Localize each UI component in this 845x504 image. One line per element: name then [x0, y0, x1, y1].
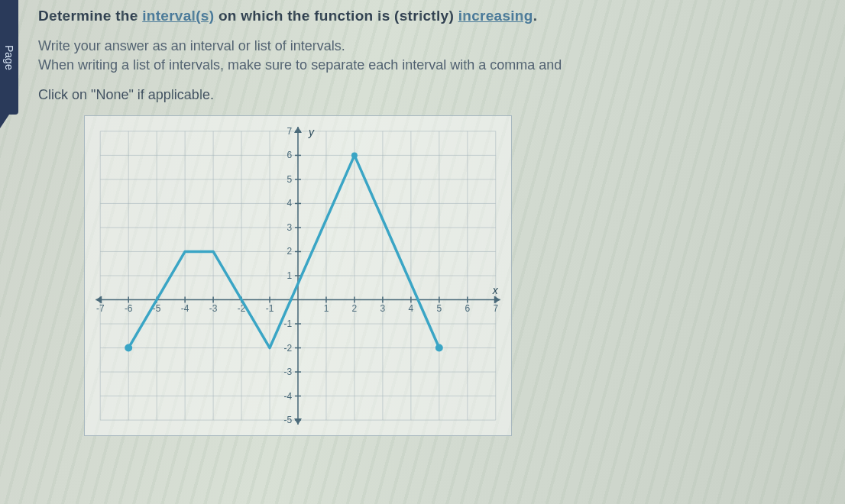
svg-text:1: 1 [324, 303, 329, 314]
svg-text:6: 6 [465, 303, 470, 314]
svg-text:5: 5 [287, 174, 292, 185]
svg-text:-3: -3 [283, 367, 292, 377]
click-none-instruction: Click on "None" if applicable. [38, 87, 830, 103]
svg-text:6: 6 [287, 150, 292, 160]
svg-text:y: y [308, 126, 315, 138]
svg-text:3: 3 [287, 222, 292, 233]
svg-text:-2: -2 [283, 343, 292, 354]
svg-text:-7: -7 [96, 303, 105, 314]
svg-text:3: 3 [380, 303, 386, 314]
question-prompt: Determine the interval(s) on which the f… [38, 8, 830, 24]
graph-svg: -7-6-5-4-3-2-11234567-5-4-3-2-11234567yx [85, 116, 511, 435]
page-tab[interactable]: Page [0, 0, 18, 115]
svg-text:x: x [492, 284, 499, 296]
svg-text:-5: -5 [283, 415, 292, 425]
svg-point-90 [351, 152, 358, 158]
intervals-link[interactable]: interval(s) [142, 8, 214, 24]
svg-text:7: 7 [493, 303, 498, 314]
svg-text:2: 2 [287, 246, 292, 257]
increasing-link[interactable]: increasing [458, 8, 533, 24]
svg-point-89 [435, 344, 443, 352]
question-content: Determine the interval(s) on which the f… [0, 0, 845, 454]
svg-marker-32 [294, 127, 302, 133]
svg-text:5: 5 [437, 303, 442, 314]
svg-text:2: 2 [352, 303, 358, 314]
instruction-line2: When writing a list of intervals, make s… [38, 57, 830, 73]
svg-text:4: 4 [409, 303, 414, 314]
svg-marker-31 [96, 296, 102, 304]
page-tab-arrow [0, 115, 18, 128]
svg-text:-4: -4 [283, 391, 292, 402]
svg-point-88 [125, 344, 132, 352]
instruction-line1: Write your answer as an interval or list… [38, 38, 830, 54]
svg-text:-1: -1 [266, 303, 274, 314]
svg-marker-33 [294, 418, 302, 425]
svg-marker-30 [494, 296, 500, 304]
svg-text:1: 1 [287, 270, 292, 281]
svg-text:7: 7 [287, 126, 292, 137]
svg-text:-6: -6 [125, 303, 133, 314]
function-graph: -7-6-5-4-3-2-11234567-5-4-3-2-11234567yx [84, 115, 512, 436]
svg-text:4: 4 [287, 198, 292, 208]
svg-text:-1: -1 [283, 318, 292, 329]
page-tab-label: Page [3, 45, 15, 70]
svg-text:-4: -4 [181, 303, 189, 314]
svg-text:-3: -3 [209, 303, 218, 314]
